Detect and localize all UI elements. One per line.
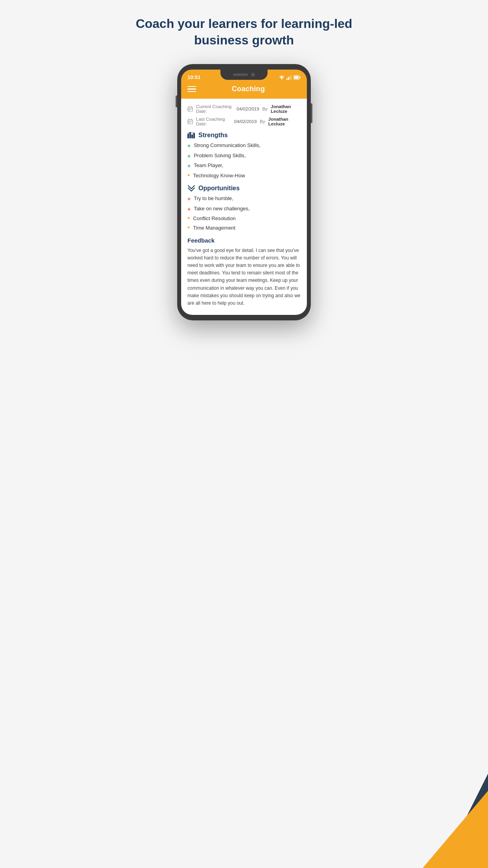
current-date-label: Current Coaching Date: xyxy=(196,104,233,114)
app-header-title: Coaching xyxy=(196,85,301,93)
opportunity-item-4: • Time Management xyxy=(187,224,301,232)
feedback-text: You've got a good eye for detail. I can … xyxy=(187,247,301,307)
calendar-icon-current xyxy=(187,106,193,112)
current-by-label: By xyxy=(262,107,268,111)
status-time: 10:51 xyxy=(187,73,200,80)
svg-rect-21 xyxy=(190,122,191,123)
calendar-icon-last xyxy=(187,119,193,124)
strength-text-3: Team Player, xyxy=(194,162,223,169)
svg-rect-3 xyxy=(288,77,289,80)
strength-text-2: Problem Solving Skills, xyxy=(194,152,246,159)
last-by-label: By xyxy=(260,119,265,124)
strengths-icon xyxy=(187,132,195,138)
battery-icon xyxy=(294,75,301,80)
strengths-section-header: Strengths xyxy=(187,132,301,139)
bullet-red-2: + xyxy=(187,206,191,213)
svg-rect-26 xyxy=(193,133,195,138)
last-date-label: Last Coaching Date: xyxy=(196,117,231,126)
opportunity-text-2: Take on new challenges, xyxy=(194,205,250,212)
svg-rect-5 xyxy=(291,75,292,80)
opportunity-item-1: + Try to be humble, xyxy=(187,195,301,203)
svg-rect-23 xyxy=(187,134,189,138)
hamburger-line-3 xyxy=(187,91,196,92)
current-coach-name: Jonathan Lecluze xyxy=(271,104,301,114)
strength-item-1: + Strong Communication Skills, xyxy=(187,142,301,150)
opportunity-item-2: + Take on new challenges, xyxy=(187,205,301,213)
bg-triangle-orange xyxy=(409,782,488,868)
strength-item-4: • Technology Know-How xyxy=(187,172,301,179)
side-button-left xyxy=(176,96,177,107)
opportunities-section-header: Opportunities xyxy=(187,185,301,192)
signal-icon xyxy=(286,75,292,80)
strength-text-1: Strong Communication Skills, xyxy=(194,142,261,149)
bullet-plus-2: + xyxy=(187,153,191,160)
strength-item-2: + Problem Solving Skills, xyxy=(187,152,301,160)
svg-rect-20 xyxy=(189,122,189,123)
strength-item-3: + Team Player, xyxy=(187,162,301,170)
strengths-title: Strengths xyxy=(198,132,228,139)
svg-rect-15 xyxy=(189,110,189,111)
svg-rect-13 xyxy=(189,109,189,110)
side-button-right xyxy=(311,103,312,123)
hamburger-line-1 xyxy=(187,86,196,87)
opportunity-text-3: Conflict Resolution xyxy=(193,215,235,222)
opportunity-item-3: • Conflict Resolution xyxy=(187,215,301,222)
feedback-title: Feedback xyxy=(187,237,301,244)
status-icons xyxy=(279,74,301,80)
svg-rect-7 xyxy=(300,76,301,78)
svg-rect-25 xyxy=(191,134,193,138)
bullet-red-1: + xyxy=(187,195,191,203)
hamburger-line-2 xyxy=(187,88,196,90)
status-bar: 10:51 xyxy=(181,70,307,80)
svg-rect-14 xyxy=(190,109,191,110)
wifi-icon xyxy=(279,75,285,80)
current-coaching-date-row: Current Coaching Date: 04/02/2019 By Jon… xyxy=(187,104,301,114)
screen-content: Current Coaching Date: 04/02/2019 By Jon… xyxy=(181,99,307,315)
svg-rect-4 xyxy=(290,76,291,80)
svg-point-1 xyxy=(281,79,282,79)
svg-rect-22 xyxy=(189,123,189,123)
phone-frame: 10:51 xyxy=(177,64,311,320)
phone-screen: Current Coaching Date: 04/02/2019 By Jon… xyxy=(181,99,307,315)
bullet-plus-3: + xyxy=(187,162,191,170)
opportunity-text-1: Try to be humble, xyxy=(194,195,233,202)
opportunities-icon xyxy=(187,185,195,192)
last-coach-name: Jonathan Lecluze xyxy=(268,117,301,126)
app-header: Coaching xyxy=(181,80,307,99)
bullet-dot-3: • xyxy=(187,224,190,231)
current-date-value: 04/02/2019 xyxy=(237,107,259,111)
bullet-dot-2: • xyxy=(187,215,190,222)
svg-rect-8 xyxy=(294,76,299,79)
page-title: Coach your learners for learning-led bus… xyxy=(134,16,354,48)
opportunities-title: Opportunities xyxy=(198,185,240,192)
notch-camera xyxy=(251,73,255,77)
bullet-plus-1: + xyxy=(187,142,191,150)
phone-notch xyxy=(220,70,268,80)
svg-rect-2 xyxy=(286,78,288,80)
opportunity-text-4: Time Management xyxy=(193,224,235,232)
last-date-value: 04/02/2019 xyxy=(234,119,257,124)
last-coaching-date-row: Last Coaching Date: 04/02/2019 By Jonath… xyxy=(187,117,301,126)
hamburger-menu-button[interactable] xyxy=(187,86,196,92)
notch-pill xyxy=(233,74,248,76)
strength-text-4: Technology Know-How xyxy=(193,172,245,179)
bullet-dot-1: • xyxy=(187,172,190,179)
